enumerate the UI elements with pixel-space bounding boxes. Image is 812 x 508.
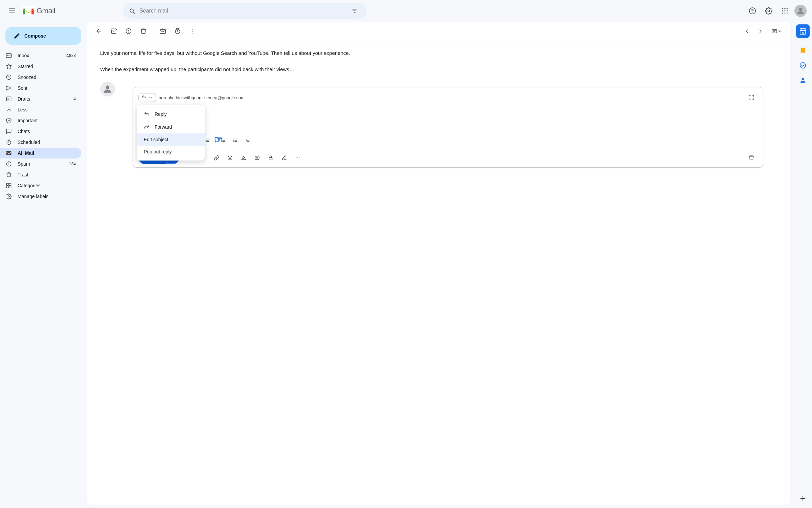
archive-button[interactable] <box>107 24 120 38</box>
allmail-icon <box>5 150 12 156</box>
snooze-button[interactable] <box>171 24 184 38</box>
svg-point-47 <box>258 157 258 157</box>
svg-point-49 <box>296 157 297 158</box>
indent-button[interactable] <box>242 135 253 146</box>
reply-body[interactable] <box>133 108 763 132</box>
signature-button[interactable] <box>278 152 290 164</box>
dropdown-item-edit-subject[interactable]: Edit subject ☞ <box>137 133 205 146</box>
more-button[interactable] <box>186 24 199 38</box>
apps-icon[interactable] <box>778 4 792 18</box>
sidebar-item-managelabels[interactable]: Manage labels <box>0 191 81 202</box>
more-options-button[interactable] <box>292 152 304 164</box>
svg-point-46 <box>256 157 258 158</box>
spam-icon <box>5 161 12 167</box>
important-icon <box>5 117 12 124</box>
topbar: Gmail <box>0 0 812 22</box>
svg-point-38 <box>106 85 110 89</box>
email-toolbar <box>87 22 790 41</box>
emoji-button[interactable] <box>224 152 236 164</box>
photo-button[interactable] <box>251 152 263 164</box>
prev-email-button[interactable] <box>740 24 754 38</box>
email-body-paragraph-1: Live your normal life for five days, but… <box>100 49 777 57</box>
email-body-paragraph-2: When the experiment wrapped up, the part… <box>100 65 777 73</box>
delete-button[interactable] <box>137 24 150 38</box>
email-view: Live your normal life for five days, but… <box>87 22 790 505</box>
calendar-icon[interactable]: 31 <box>796 24 810 38</box>
sidebar-label-scheduled: Scheduled <box>18 140 40 145</box>
svg-rect-27 <box>6 186 8 188</box>
report-button[interactable] <box>122 24 135 38</box>
link-button[interactable] <box>210 152 223 164</box>
sent-icon <box>5 85 12 91</box>
sidebar-item-sent[interactable]: Sent <box>0 83 81 93</box>
svg-point-16 <box>784 13 785 14</box>
topbar-right <box>746 4 807 18</box>
svg-point-11 <box>787 8 788 9</box>
dropdown-label-forward: Forward <box>155 124 172 130</box>
sidebar-item-starred[interactable]: Starred <box>0 61 81 72</box>
help-icon[interactable] <box>746 4 759 18</box>
svg-point-15 <box>782 13 783 14</box>
gmail-logo: Gmail <box>22 6 55 16</box>
bulleted-list-button[interactable] <box>230 135 241 146</box>
dropdown-label-reply: Reply <box>155 111 167 117</box>
reply-dropdown-icon <box>148 95 153 100</box>
reply-dropdown-menu: Reply Forward Edit subject ☞ <box>137 105 205 161</box>
drive-button[interactable] <box>238 152 250 164</box>
dropdown-item-pop-out-reply[interactable]: Pop out reply <box>137 146 205 158</box>
svg-rect-19 <box>6 54 12 58</box>
reply-to-button[interactable] <box>138 93 156 102</box>
reply-menu-icon <box>144 111 150 117</box>
sidebar-item-less[interactable]: Less <box>0 104 81 115</box>
back-button[interactable] <box>92 24 106 38</box>
svg-point-43 <box>229 157 230 157</box>
sidebar-label-important: Important <box>18 118 38 123</box>
dropdown-item-reply[interactable]: Reply <box>137 108 205 121</box>
svg-point-17 <box>787 13 788 14</box>
next-email-button[interactable] <box>754 24 767 38</box>
expand-button[interactable] <box>745 91 758 104</box>
svg-rect-25 <box>6 183 8 185</box>
settings-icon[interactable] <box>762 4 775 18</box>
sidebar-item-scheduled[interactable]: Scheduled <box>0 137 81 148</box>
discard-button[interactable] <box>745 152 758 164</box>
search-bar[interactable] <box>123 3 367 19</box>
hamburger-icon[interactable] <box>5 4 19 18</box>
svg-point-34 <box>192 29 193 29</box>
mark-unread-button[interactable] <box>156 24 170 38</box>
reply-icon <box>141 95 147 100</box>
sidebar-label-trash: Trash <box>18 172 29 177</box>
add-app-button[interactable] <box>796 492 810 505</box>
search-filter-icon[interactable] <box>348 4 361 18</box>
search-input[interactable] <box>139 8 344 14</box>
sidebar-item-chats[interactable]: Chats <box>0 126 81 137</box>
sidebar-item-important[interactable]: Important <box>0 115 81 126</box>
reply-header: noreply-thinkwithgoogle-emea@google.com <box>133 87 763 108</box>
sidebar-label-inbox: Inbox <box>18 53 29 58</box>
sidebar-item-allmail[interactable]: All Mail <box>0 148 81 158</box>
svg-point-18 <box>799 8 802 11</box>
sidebar-item-spam[interactable]: Spam 134 <box>0 158 81 169</box>
format-toolbar: TT B I U A <box>133 132 763 148</box>
contacts-icon[interactable] <box>796 73 810 87</box>
avatar[interactable] <box>794 5 807 17</box>
lock-button[interactable] <box>265 152 277 164</box>
compose-button[interactable]: Compose <box>5 27 81 45</box>
dropdown-item-forward[interactable]: Forward <box>137 121 205 133</box>
sidebar-item-inbox[interactable]: Inbox 2,823 <box>0 50 81 61</box>
svg-rect-23 <box>6 151 12 155</box>
sidebar-item-trash[interactable]: Trash <box>0 169 81 180</box>
sidebar-item-snoozed[interactable]: Snoozed <box>0 72 81 83</box>
keep-icon[interactable] <box>796 44 810 57</box>
svg-rect-48 <box>269 157 272 160</box>
svg-rect-30 <box>111 29 117 30</box>
sidebar-item-drafts[interactable]: Drafts 4 <box>0 93 81 104</box>
dropdown-label-pop-out-reply: Pop out reply <box>144 149 172 154</box>
sidebar: Compose Inbox 2,823 Starred Snoozed <box>0 22 87 508</box>
svg-text:31: 31 <box>802 31 804 34</box>
sidebar-item-categories[interactable]: Categories <box>0 180 81 191</box>
tasks-icon[interactable] <box>796 59 810 72</box>
compose-mode-button[interactable] <box>769 24 785 38</box>
svg-point-39 <box>233 139 234 139</box>
right-sidebar: 31 <box>793 22 812 508</box>
